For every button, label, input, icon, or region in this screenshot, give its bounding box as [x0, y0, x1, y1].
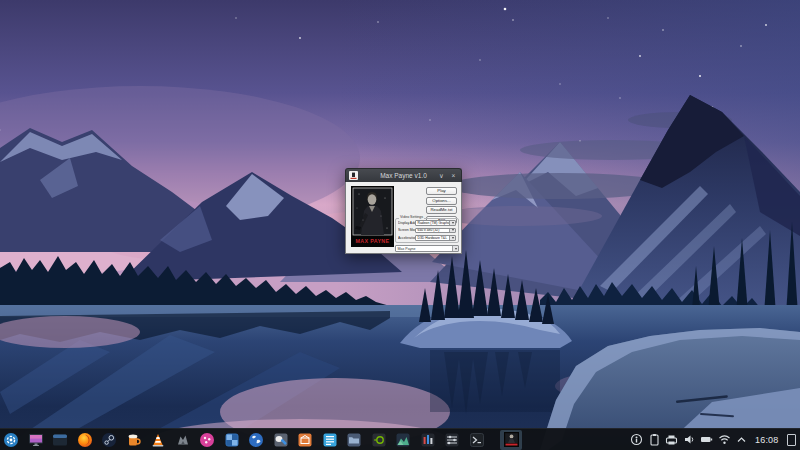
wifi-icon	[718, 433, 731, 446]
wolf-game-app-launcher[interactable]	[175, 432, 191, 448]
display-icon	[28, 432, 44, 448]
tray-expander[interactable]	[735, 433, 748, 446]
display-adapter-value: Radeon (TM) Graphics	[416, 221, 449, 225]
max-payne-task-icon	[504, 432, 519, 447]
nvidia-icon	[371, 432, 387, 448]
kubuntu-launcher[interactable]	[3, 432, 19, 448]
clipboard-tray[interactable]	[648, 433, 661, 446]
photo-mountains-app-launcher[interactable]	[395, 432, 411, 448]
kubuntu-icon	[3, 432, 19, 448]
steam-launcher[interactable]	[101, 432, 117, 448]
max-payne-launcher-window[interactable]: Max Payne v1.0 ∨ ×	[345, 168, 462, 253]
nvidia-settings-launcher[interactable]	[371, 432, 387, 448]
desktop: Max Payne v1.0 ∨ ×	[0, 0, 800, 450]
battery-tray[interactable]	[700, 433, 713, 446]
acceleration-select[interactable]: D3D Hardware T&L	[415, 235, 456, 241]
max-payne-task-button[interactable]	[500, 430, 522, 450]
dropdown-arrow-icon[interactable]	[449, 229, 455, 233]
terminal-launcher[interactable]	[469, 432, 485, 448]
volume-tray[interactable]	[683, 433, 696, 446]
wifi-tray[interactable]	[718, 433, 731, 446]
close-icon[interactable]: ×	[448, 170, 459, 182]
status-circle-icon	[630, 433, 643, 446]
poster-title-text: MAX PAYNE	[356, 238, 390, 244]
video-settings-group: Video Settings Display Adapter: Radeon (…	[395, 218, 459, 243]
mountains-icon	[395, 432, 411, 448]
firefox-icon	[77, 432, 93, 448]
steam-icon	[101, 432, 117, 448]
screen-mode-label: Screen Mode:	[398, 228, 415, 232]
pink-media-app-launcher[interactable]	[199, 432, 215, 448]
max-payne-window-icon	[349, 171, 358, 180]
globe-icon	[248, 432, 264, 448]
volume-mixer-launcher[interactable]	[420, 432, 436, 448]
archive-box-app-launcher[interactable]	[297, 432, 313, 448]
mod-selector-value: Max Payne	[396, 247, 452, 251]
speaker-icon	[683, 433, 696, 446]
dropdown-arrow-icon[interactable]	[452, 246, 458, 251]
document-icon	[322, 432, 338, 448]
blue-checkered-app-launcher[interactable]	[224, 432, 240, 448]
sliders-icon	[444, 432, 460, 448]
beer-mug-icon	[126, 432, 142, 448]
checkered-icon	[224, 432, 240, 448]
minimize-icon[interactable]: ∨	[436, 170, 447, 182]
system-tray: 16:08	[630, 433, 800, 446]
window-titlebar[interactable]: Max Payne v1.0 ∨ ×	[345, 168, 462, 182]
vlc-launcher[interactable]	[150, 432, 166, 448]
options-button[interactable]: Options...	[426, 197, 457, 205]
dark-window-app-launcher[interactable]	[52, 432, 68, 448]
archive-box-icon	[297, 432, 313, 448]
paint-icon	[273, 432, 289, 448]
acceleration-value: D3D Hardware T&L	[416, 236, 449, 240]
printer-tray[interactable]	[665, 433, 678, 446]
window-icon	[52, 432, 68, 448]
dialog-body: MAX PAYNE Play Options... ReadMe.txt Exi…	[345, 182, 462, 254]
status-circle-tray[interactable]	[630, 433, 643, 446]
mixer-bars-icon	[420, 432, 436, 448]
taskbar-launchers	[0, 430, 522, 450]
taskbar: 16:08	[0, 428, 800, 450]
globe-app-launcher[interactable]	[248, 432, 264, 448]
vlc-cone-icon	[150, 432, 166, 448]
paint-app-launcher[interactable]	[273, 432, 289, 448]
max-payne-poster: MAX PAYNE	[351, 186, 394, 247]
clipboard-icon	[648, 433, 661, 446]
wolf-icon	[175, 432, 191, 448]
clock[interactable]: 16:08	[753, 435, 781, 445]
chevron-up-icon	[735, 433, 748, 446]
screen-mode-value: 640 x 480 (32)	[416, 228, 449, 232]
mod-selector[interactable]: Max Payne	[395, 245, 459, 252]
pink-circle-icon	[199, 432, 215, 448]
display-adapter-label: Display Adapter:	[398, 221, 415, 225]
dropdown-arrow-icon[interactable]	[449, 236, 455, 240]
settings-sliders-launcher[interactable]	[444, 432, 460, 448]
dropdown-arrow-icon[interactable]	[449, 221, 455, 225]
show-desktop-peek[interactable]	[787, 434, 796, 446]
display-adapter-select[interactable]: Radeon (TM) Graphics	[415, 220, 456, 226]
display-settings-launcher[interactable]	[28, 432, 44, 448]
terminal-icon	[469, 432, 485, 448]
printer-icon	[665, 433, 678, 446]
play-button[interactable]: Play	[426, 187, 457, 195]
acceleration-label: Acceleration:	[398, 236, 415, 240]
readme-button[interactable]: ReadMe.txt	[426, 206, 457, 214]
folder-icon	[346, 432, 362, 448]
firefox-launcher[interactable]	[77, 432, 93, 448]
screen-mode-select[interactable]: 640 x 480 (32)	[415, 228, 456, 234]
text-editor-launcher[interactable]	[322, 432, 338, 448]
file-manager-launcher[interactable]	[346, 432, 362, 448]
beer-mug-app-launcher[interactable]	[126, 432, 142, 448]
battery-icon	[700, 433, 713, 446]
